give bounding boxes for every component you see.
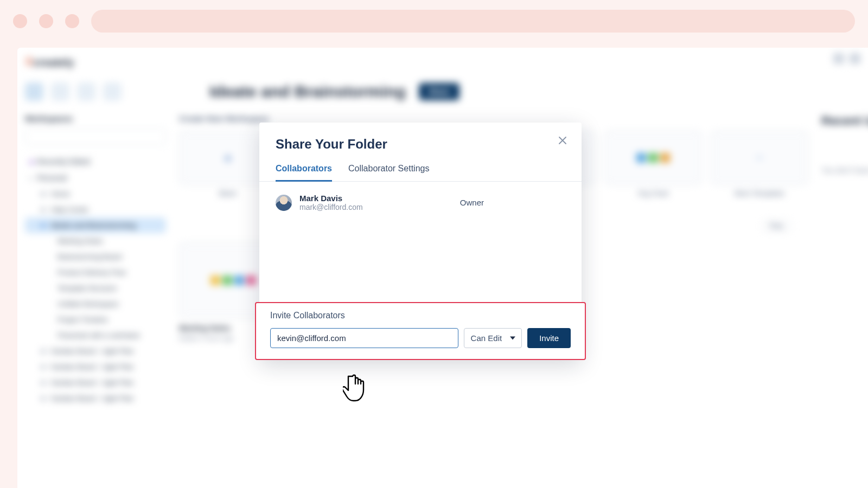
modal-title: Share Your Folder <box>276 137 565 152</box>
empty-state: You don't have any notifications <box>821 166 868 175</box>
browser-chrome <box>0 0 868 42</box>
collaborator-role: Owner <box>460 198 565 207</box>
modal-tabs: Collaborators Collaborator Settings <box>259 164 582 182</box>
sidebar-item[interactable]: Project Timeline <box>25 312 166 328</box>
sidebar-item[interactable]: Kanban Board - Agile Plan <box>25 390 166 406</box>
view-list-icon[interactable] <box>51 82 69 101</box>
email-input[interactable] <box>270 328 458 348</box>
collaborator-name: Mark Davis <box>299 194 363 203</box>
invite-section: Invite Collaborators Can Edit Invite <box>255 302 586 360</box>
notifications-icon[interactable] <box>103 82 122 101</box>
permission-label: Can Edit <box>471 333 502 343</box>
workspaces-heading: Workspaces <box>25 114 166 123</box>
avatar <box>276 195 292 211</box>
template-card-more[interactable]: ···More Templates <box>711 131 808 197</box>
view-grid-icon[interactable] <box>25 82 43 101</box>
window-dot[interactable] <box>13 14 27 28</box>
tab-collaborators[interactable]: Collaborators <box>276 164 332 182</box>
view-switcher <box>25 82 148 101</box>
sidebar: Workspaces ◆Recently Edited ▸Personal Ho… <box>25 114 166 406</box>
recent-updates-heading: Recent Updates <box>821 114 868 128</box>
sidebar-item-ideate[interactable]: Ideate and Brainstorming <box>25 217 166 233</box>
window-dot[interactable] <box>39 14 53 28</box>
chevron-down-icon[interactable] <box>129 82 148 101</box>
invite-button[interactable]: Invite <box>527 328 571 348</box>
sidebar-item-home[interactable]: Home <box>25 186 166 202</box>
sidebar-item[interactable]: Kanban Board - Agile Plan <box>25 359 166 375</box>
page-title: Ideate and Brainstorming <box>209 82 406 101</box>
search-input[interactable] <box>25 129 166 145</box>
template-card-orgchart[interactable]: Org Chart <box>604 131 702 197</box>
filter-chip[interactable]: Files <box>761 219 792 233</box>
top-right-icons <box>833 53 860 64</box>
sidebar-item-recently-edited[interactable]: ◆Recently Edited <box>25 153 166 170</box>
sidebar-item-personal[interactable]: ▸Personal <box>25 170 166 186</box>
sidebar-item[interactable]: Flowchart with a swimlane <box>25 328 166 343</box>
share-button[interactable]: Share <box>419 83 459 100</box>
sidebar-item[interactable]: Meeting Notes <box>25 233 166 249</box>
create-heading: Create New Workspace <box>179 114 808 123</box>
tab-collaborator-settings[interactable]: Collaborator Settings <box>348 164 429 182</box>
sidebar-item-help-center[interactable]: Help Center <box>25 202 166 217</box>
app-window: ⠿creately Ideate and Brainstorming Share… <box>17 48 868 488</box>
view-card-icon[interactable] <box>77 82 95 101</box>
sidebar-item[interactable]: Product Delivery Flow <box>25 265 166 280</box>
sidebar-item[interactable]: Untitled Workspace <box>25 296 166 312</box>
window-controls <box>13 14 79 28</box>
sidebar-item[interactable]: Template Structure <box>25 280 166 296</box>
right-panel: Recent Updates You don't have any notifi… <box>821 114 868 406</box>
chevron-down-icon <box>509 333 516 343</box>
close-icon[interactable] <box>559 137 570 147</box>
sidebar-item[interactable]: Brainstorming Board <box>25 249 166 265</box>
sidebar-item[interactable]: Kanban Board - Agile Plan <box>25 343 166 359</box>
logo[interactable]: ⠿creately <box>25 56 74 69</box>
address-bar[interactable] <box>91 10 855 33</box>
collaborator-row: Mark Davis mark@clifford.com Owner <box>276 194 565 211</box>
collaborator-email: mark@clifford.com <box>299 203 363 211</box>
window-dot[interactable] <box>65 14 79 28</box>
share-folder-modal: Share Your Folder Collaborators Collabor… <box>259 123 582 359</box>
invite-heading: Invite Collaborators <box>270 311 571 320</box>
permission-select[interactable]: Can Edit <box>464 328 522 348</box>
sidebar-item[interactable]: Kanban Board - Agile Plan <box>25 375 166 390</box>
